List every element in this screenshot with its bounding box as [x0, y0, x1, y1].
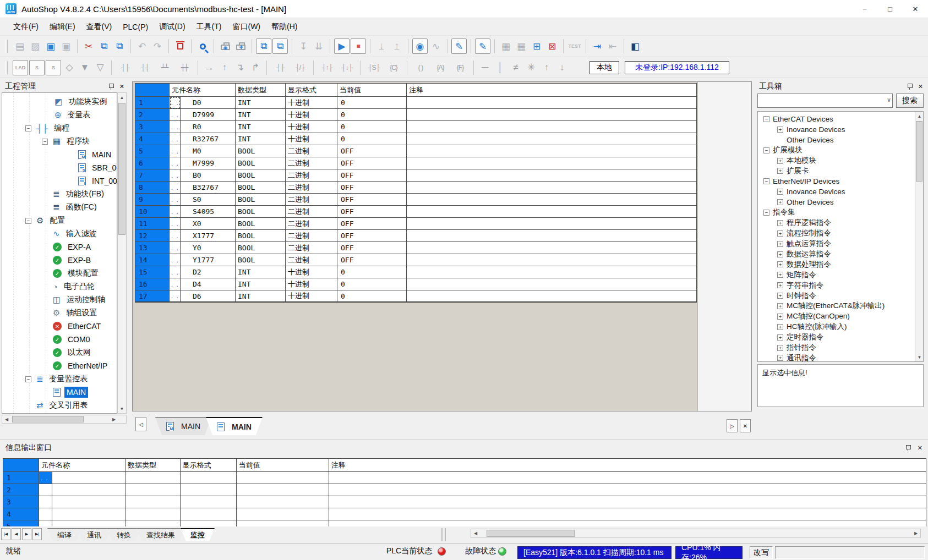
toolbox-tree-item[interactable]: −指令集	[758, 207, 914, 218]
tree-item[interactable]: ✓EXP-A	[2, 240, 117, 254]
row-edit-button[interactable]: . . .	[170, 121, 181, 133]
maximize-button[interactable]: □	[877, 0, 903, 18]
menu-item[interactable]: 调试(D)	[154, 20, 190, 34]
tree-item[interactable]: ◔电子凸轮	[2, 280, 117, 293]
toolbox-tree-item[interactable]: +流程控制指令	[758, 228, 914, 239]
row-edit-button[interactable]: . . .	[170, 230, 181, 242]
comment-cell[interactable]	[407, 266, 697, 278]
element-name-cell[interactable]: M7999	[181, 157, 236, 169]
down-arrow-button[interactable]: ▽	[92, 60, 108, 75]
comment-cell[interactable]	[407, 97, 697, 109]
toolbox-tree-item[interactable]: +定时器指令	[758, 332, 914, 343]
comment-cell[interactable]	[329, 484, 926, 496]
data-type-cell[interactable]	[125, 496, 181, 508]
data-type-cell[interactable]: INT	[236, 133, 286, 145]
row-number-cell[interactable]: 12	[135, 230, 170, 242]
current-value-cell[interactable]: OFF	[337, 206, 407, 218]
comment-cell[interactable]	[329, 520, 926, 526]
tree-item[interactable]: −≣变量监控表	[2, 372, 117, 386]
ins-f-block-button[interactable]: {F}	[450, 60, 470, 75]
display-format-cell[interactable]: 二进制	[286, 230, 337, 242]
toolbox-tree-item[interactable]: +指针指令	[758, 343, 914, 353]
display-format-cell[interactable]: 十进制	[286, 97, 337, 109]
toolbox-tree-item[interactable]: +扩展卡	[758, 166, 914, 176]
toolbox-tree-item[interactable]: +MC轴控(EtherCAT&脉冲输出)	[758, 301, 914, 311]
display-format-cell[interactable]: 二进制	[286, 169, 337, 182]
current-value-cell[interactable]: OFF	[337, 182, 407, 194]
menu-item[interactable]: PLC(P)	[117, 20, 154, 34]
export-window-button[interactable]: ⧉	[272, 39, 288, 54]
row-number-cell[interactable]: 6	[135, 157, 170, 169]
element-name-cell[interactable]: D4	[181, 278, 236, 290]
tree-item[interactable]: ✓以太网	[2, 346, 117, 359]
data-type-cell[interactable]	[125, 508, 181, 520]
data-type-cell[interactable]: BOOL	[236, 145, 286, 157]
element-name-cell[interactable]: S4095	[181, 206, 236, 218]
compile-all-button[interactable]: ⇊	[311, 39, 326, 54]
find-button[interactable]	[195, 39, 210, 54]
display-format-cell[interactable]: 二进制	[286, 254, 337, 266]
del-line-button[interactable]: ≠	[508, 60, 523, 75]
row-edit-button[interactable]: . . .	[170, 169, 181, 182]
toolbox-tree-item[interactable]: Other Devices	[758, 135, 914, 145]
panel-close-icon[interactable]: ✕	[918, 444, 922, 452]
current-value-cell[interactable]: 0	[337, 266, 407, 278]
current-value-cell[interactable]	[237, 472, 329, 484]
toggle-output-panel-button[interactable]: ◧	[627, 39, 643, 54]
display-format-cell[interactable]: 二进制	[286, 157, 337, 169]
comment-cell[interactable]	[407, 230, 697, 242]
expander-plus-icon[interactable]: +	[777, 241, 783, 247]
scroll-right-icon[interactable]: ▶	[110, 415, 118, 423]
down-arrow-filled-button[interactable]: ▼	[77, 60, 92, 75]
element-name-cell[interactable]: Y1777	[181, 254, 236, 266]
nav-last-icon[interactable]: ▶|	[32, 528, 42, 540]
line-corner-up-button[interactable]: ↱	[248, 60, 263, 75]
current-value-cell[interactable]: 0	[337, 133, 407, 145]
display-format-cell[interactable]: 二进制	[286, 194, 337, 206]
undo-button[interactable]: ↶	[134, 39, 150, 54]
sfc-view-button[interactable]: S	[29, 60, 45, 75]
expander-plus-icon[interactable]: +	[777, 345, 783, 351]
row-number-cell[interactable]: 11	[135, 218, 170, 230]
tab-close-button[interactable]: ✕	[740, 419, 751, 432]
current-value-cell[interactable]	[237, 508, 329, 520]
element-name-cell[interactable]: R32767	[181, 133, 236, 145]
comment-cell[interactable]	[329, 508, 926, 520]
line-right-button[interactable]: →	[201, 60, 217, 75]
display-format-cell[interactable]	[181, 520, 237, 526]
comment-cell[interactable]	[407, 169, 697, 182]
output-tab[interactable]: 监控	[181, 528, 215, 541]
tab-scroll-left-button[interactable]: ◁	[135, 417, 146, 431]
save-button[interactable]: ▣	[43, 39, 58, 54]
tree-item[interactable]: −┤├编程	[2, 122, 117, 135]
project-tree-vscrollbar[interactable]: ▲ ▼	[117, 92, 127, 414]
element-name-cell[interactable]: M0	[181, 145, 236, 157]
expander-plus-icon[interactable]: +	[777, 282, 783, 288]
delete-row-button[interactable]: ⊠	[544, 39, 560, 54]
display-format-cell[interactable]	[181, 508, 237, 520]
data-type-cell[interactable]: BOOL	[236, 230, 286, 242]
tree-item[interactable]: ⚙轴组设置	[2, 306, 117, 320]
row-number-cell[interactable]: 3	[135, 121, 170, 133]
tree-item[interactable]: −▦程序块	[2, 135, 117, 148]
row-number-cell[interactable]: 4	[3, 508, 39, 520]
data-type-cell[interactable]	[125, 484, 181, 496]
data-type-cell[interactable]: INT	[236, 109, 286, 121]
line-up-button[interactable]: ↑	[217, 60, 232, 75]
splitter-handle[interactable]	[441, 528, 446, 541]
output-hscrollbar[interactable]: ◀ ▶	[471, 529, 921, 538]
save-all-button[interactable]: ▣	[58, 39, 74, 54]
data-type-cell[interactable]: BOOL	[236, 169, 286, 182]
expander-plus-icon[interactable]: +	[777, 230, 783, 237]
cut-button[interactable]: ✂	[81, 39, 96, 54]
row-number-cell[interactable]: 7	[135, 169, 170, 182]
cascade-windows-button[interactable]: ⧉	[256, 39, 271, 54]
row-edit-button[interactable]	[39, 508, 52, 520]
tree-item[interactable]: MAIN	[2, 386, 117, 399]
pin-icon[interactable]	[907, 83, 913, 90]
current-value-cell[interactable]: OFF	[337, 218, 407, 230]
row-number-cell[interactable]: 13	[135, 242, 170, 254]
data-type-cell[interactable]: BOOL	[236, 182, 286, 194]
editor-tab[interactable]: MAIN	[155, 417, 211, 435]
upload-button[interactable]: ↑	[389, 39, 405, 54]
